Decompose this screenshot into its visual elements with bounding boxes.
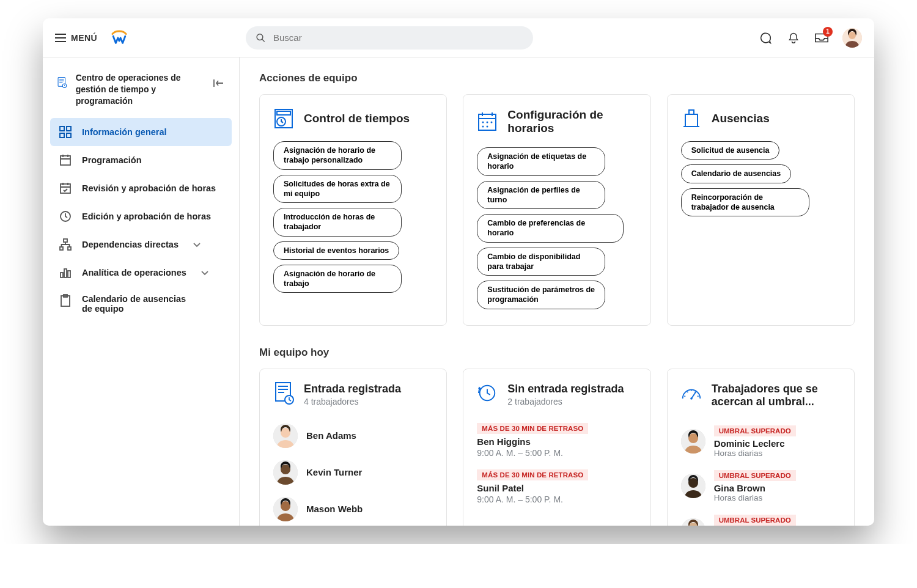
person-name: Mason Webb — [306, 504, 363, 514]
menu-button[interactable]: MENÚ — [55, 33, 97, 43]
card-threshold: Trabajadores que se acercan al umbral...… — [667, 369, 855, 526]
nav-team-absence-calendar[interactable]: Calendario de ausencias de equipo — [50, 287, 232, 321]
nav-analytics[interactable]: Analítica de operaciones — [50, 259, 232, 287]
svg-rect-6 — [67, 127, 71, 131]
bar-chart-icon — [59, 266, 72, 279]
threshold-tag: UMBRAL SUPERADO — [714, 470, 796, 481]
threshold-list: UMBRAL SUPERADODominic LeclercHoras diar… — [681, 419, 841, 526]
nav-review-hours[interactable]: Revisión y aprobación de horas — [50, 174, 232, 202]
card-checked-in: Entrada registrada 4 trabajadores Ben Ad… — [259, 369, 447, 526]
chat-button[interactable] — [758, 31, 773, 45]
person-row[interactable]: Mason Webb — [273, 491, 433, 526]
svg-rect-7 — [60, 133, 64, 138]
action-pill[interactable]: Historial de eventos horarios — [273, 241, 399, 260]
svg-rect-15 — [61, 273, 63, 277]
card-subtitle: 2 trabajadores — [507, 397, 624, 406]
action-pill[interactable]: Calendario de ausencias — [681, 164, 792, 183]
not-checked-icon — [477, 383, 498, 403]
search-input[interactable] — [273, 32, 523, 43]
nav-label: Calendario de ausencias de equipo — [82, 294, 192, 314]
late-entry[interactable]: MÁS DE 30 MIN DE RETRASOBen Higgins9:00 … — [477, 417, 636, 464]
schedule-time: 9:00 A. M. – 5:00 P. M. — [477, 494, 636, 504]
action-pill[interactable]: Sustitución de parámetros de programació… — [477, 281, 605, 309]
bell-icon — [787, 31, 800, 45]
clipboard-icon — [59, 294, 72, 307]
nav-edit-hours[interactable]: Edición y aprobación de horas — [50, 202, 232, 230]
card-title: Control de tiempos — [304, 112, 410, 125]
action-pill[interactable]: Solicitud de ausencia — [681, 141, 780, 160]
svg-rect-10 — [61, 184, 70, 193]
late-entry[interactable]: MÁS DE 30 MIN DE RETRASOSunil Patel9:00 … — [477, 464, 636, 510]
avatar — [273, 460, 298, 485]
inbox-button[interactable]: 1 — [814, 31, 829, 45]
card-title: Sin entrada registrada — [507, 383, 624, 395]
workday-logo[interactable] — [111, 29, 128, 46]
person-row[interactable]: Ben Adams — [273, 417, 433, 454]
svg-rect-17 — [68, 271, 70, 277]
action-pill[interactable]: Cambio de preferencias de horario — [477, 214, 624, 243]
threshold-tag: UMBRAL SUPERADO — [714, 425, 796, 436]
svg-rect-29 — [685, 114, 698, 127]
card-time-control: Control de tiempos Asignación de horario… — [259, 94, 447, 326]
pill-list-time: Asignación de horario de trabajo persona… — [273, 141, 433, 293]
action-pill[interactable]: Introducción de horas de trabajador — [273, 208, 402, 237]
grid-icon — [59, 125, 72, 139]
action-pill[interactable]: Asignación de horario de trabajo persona… — [273, 141, 402, 170]
svg-point-24 — [482, 122, 484, 123]
threshold-row[interactable]: UMBRAL SUPERADODominic LeclercHoras diar… — [681, 419, 841, 464]
nav-label: Revisión y aprobación de horas — [82, 183, 216, 193]
inbox-badge: 1 — [823, 27, 833, 37]
svg-point-2 — [849, 32, 856, 39]
notifications-button[interactable] — [786, 31, 801, 45]
late-tag: MÁS DE 30 MIN DE RETRASO — [477, 423, 588, 434]
gauge-icon — [681, 383, 702, 403]
clock-icon — [59, 210, 72, 223]
svg-rect-9 — [61, 156, 70, 165]
card-title: Configuración de horarios — [507, 108, 636, 135]
svg-point-44 — [697, 395, 698, 397]
action-cards-row: Control de tiempos Asignación de horario… — [259, 94, 855, 326]
search-bar[interactable] — [246, 26, 533, 50]
action-pill[interactable]: Reincorporación de trabajador de ausenci… — [681, 188, 809, 217]
svg-rect-8 — [67, 133, 71, 138]
svg-point-27 — [482, 126, 484, 128]
user-avatar[interactable] — [842, 28, 862, 48]
avatar — [681, 429, 705, 454]
sidebar-title-icon — [57, 72, 67, 93]
today-cards-row: Entrada registrada 4 trabajadores Ben Ad… — [259, 369, 855, 526]
sidebar-collapse-button[interactable] — [213, 72, 224, 88]
svg-rect-5 — [60, 127, 64, 131]
nav-label: Analítica de operaciones — [82, 268, 186, 277]
action-pill[interactable]: Asignación de perfiles de turno — [477, 181, 605, 210]
nav-scheduling[interactable]: Programación — [50, 146, 232, 174]
svg-rect-30 — [689, 110, 694, 114]
svg-point-28 — [487, 126, 488, 128]
threshold-row[interactable]: UMBRAL SUPERADOJeremy MillerHoras diaria… — [681, 509, 841, 526]
svg-rect-13 — [60, 247, 63, 250]
action-pill[interactable]: Solicitudes de horas extra de mi equipo — [273, 175, 402, 204]
sidebar: Centro de operaciones de gestión de tiem… — [43, 57, 240, 526]
sidebar-title: Centro de operaciones de gestión de tiem… — [76, 72, 205, 107]
logo-icon — [111, 29, 128, 46]
pill-list-schedule: Asignación de etiquetas de horario Asign… — [477, 147, 636, 309]
person-name: Dominic Leclerc — [714, 438, 796, 449]
action-pill[interactable]: Asignación de horario de trabajo — [273, 265, 402, 293]
card-absences: Ausencias Solicitud de ausencia Calendar… — [667, 94, 855, 326]
nav-direct-reports[interactable]: Dependencias directas — [50, 230, 232, 259]
action-pill[interactable]: Cambio de disponibilidad para trabajar — [477, 248, 605, 276]
top-bar: MENÚ 1 — [43, 18, 874, 57]
avatar-icon — [842, 28, 862, 48]
nav-label: Dependencias directas — [82, 240, 179, 249]
app-body: Centro de operaciones de gestión de tiem… — [43, 57, 874, 526]
svg-rect-16 — [64, 269, 67, 277]
person-name: Kevin Turner — [306, 467, 362, 477]
nav-label: Edición y aprobación de horas — [82, 211, 211, 221]
person-row[interactable]: Kevin Turner — [273, 454, 433, 491]
calendar-icon — [59, 153, 72, 167]
threshold-tag: UMBRAL SUPERADO — [714, 515, 796, 526]
nav-overview[interactable]: Información general — [50, 118, 232, 146]
action-pill[interactable]: Asignación de etiquetas de horario — [477, 147, 605, 176]
not-checked-list: MÁS DE 30 MIN DE RETRASOBen Higgins9:00 … — [477, 417, 636, 510]
threshold-row[interactable]: UMBRAL SUPERADOGina BrownHoras diarias — [681, 464, 841, 509]
threshold-sub: Horas diarias — [714, 449, 796, 458]
